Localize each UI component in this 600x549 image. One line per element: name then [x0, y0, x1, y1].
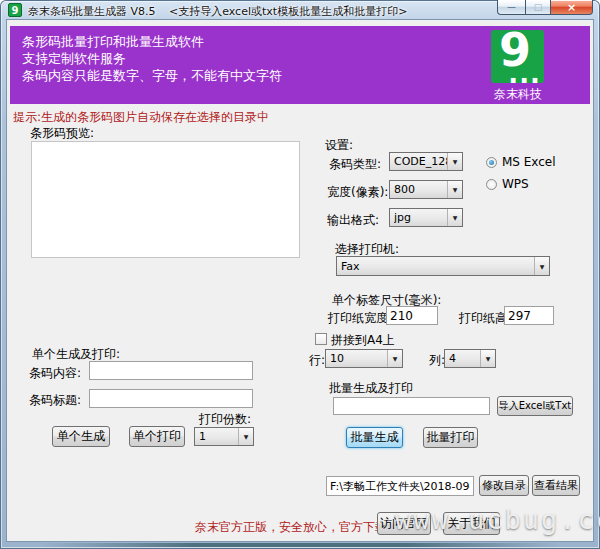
radio-wps[interactable]	[486, 179, 497, 190]
banner: 条形码批量打印和批量生成软件 支持定制软件服务 条码内容只能是数字、字母，不能有…	[10, 26, 590, 104]
banner-line-1: 条形码批量打印和批量生成软件	[22, 33, 282, 50]
preview-label: 条形码预览:	[30, 125, 94, 142]
cols-select[interactable]: 4 ▼	[444, 349, 496, 368]
radio-ms-excel[interactable]	[486, 157, 497, 168]
width-label: 宽度(像素):	[327, 184, 388, 201]
paper-width-input[interactable]	[386, 306, 438, 325]
close-button[interactable]: ×	[551, 0, 593, 15]
radio-ms-excel-label[interactable]: MS Excel	[502, 155, 556, 169]
brand-logo-icon: 9 ...	[491, 30, 544, 83]
format-select[interactable]: jpg ▼	[389, 208, 463, 227]
banner-line-2: 支持定制软件服务	[22, 50, 282, 67]
minimize-icon: —	[507, 3, 516, 12]
rows-label: 行:	[309, 352, 325, 369]
client-area: 条形码批量打印和批量生成软件 支持定制软件服务 条码内容只能是数字、字母，不能有…	[7, 20, 593, 541]
content-label: 条码内容:	[29, 365, 81, 382]
printer-value: Fax	[341, 260, 534, 273]
chevron-down-icon: ▼	[387, 350, 402, 367]
maximize-icon: □	[534, 3, 543, 12]
width-select[interactable]: 800 ▼	[389, 180, 463, 199]
batch-title: 批量生成及打印	[329, 380, 413, 397]
cols-label: 列:	[429, 352, 445, 369]
rows-value: 10	[330, 352, 387, 365]
copies-select[interactable]: 1 ▼	[194, 427, 254, 446]
chevron-down-icon: ▼	[480, 350, 495, 367]
chevron-down-icon: ▼	[447, 181, 462, 198]
a4-checkbox[interactable]	[315, 333, 327, 345]
radio-wps-label[interactable]: WPS	[502, 177, 529, 191]
barcode-type-value: CODE_128	[394, 155, 447, 168]
modify-dir-button[interactable]: 修改目录	[479, 475, 529, 496]
chevron-down-icon: ▼	[238, 428, 253, 445]
app-window: 9 奈末条码批量生成器 V8.5 <支持导入excel或txt模板批量生成和批量…	[0, 0, 600, 549]
banner-text: 条形码批量打印和批量生成软件 支持定制软件服务 条码内容只能是数字、字母，不能有…	[22, 33, 282, 84]
format-value: jpg	[394, 211, 447, 224]
window-controls: — □ ×	[497, 0, 593, 15]
paper-height-input[interactable]	[504, 306, 554, 325]
logo-dots-glyph: ...	[508, 59, 541, 83]
barcode-type-select[interactable]: CODE_128 ▼	[389, 152, 463, 171]
view-result-button[interactable]: 查看结果	[532, 475, 580, 496]
rows-select[interactable]: 10 ▼	[325, 349, 403, 368]
format-label: 输出格式:	[327, 212, 379, 229]
window-subtitle-text: <支持导入excel或txt模板批量生成和批量打印>	[169, 5, 407, 18]
app-logo-icon: 9	[8, 3, 22, 17]
window-bottom-edge	[40, 543, 560, 547]
width-value: 800	[394, 183, 447, 196]
barcode-preview-panel	[31, 141, 300, 258]
close-icon: ×	[567, 2, 576, 13]
banner-line-3: 条码内容只能是数字、字母，不能有中文字符	[22, 67, 282, 84]
title-input[interactable]	[89, 389, 253, 408]
barcode-type-label: 条码类型:	[329, 156, 381, 173]
chevron-down-icon: ▼	[447, 209, 462, 226]
single-generate-button[interactable]: 单个生成	[52, 426, 110, 447]
a4-checkbox-label[interactable]: 拼接到A4上	[331, 332, 395, 349]
copies-value: 1	[199, 430, 238, 443]
maximize-button[interactable]: □	[525, 0, 551, 15]
printer-select[interactable]: Fax ▼	[336, 256, 550, 276]
window-title-text: 奈末条码批量生成器 V8.5	[28, 5, 156, 18]
brand-name: 奈末科技	[481, 86, 555, 103]
title-label: 条码标题:	[29, 392, 81, 409]
hint-text: 提示:生成的条形码图片自动保存在选择的目录中	[13, 109, 269, 126]
paper-width-label: 打印纸宽度:	[328, 310, 392, 327]
settings-title: 设置:	[325, 137, 353, 154]
title-bar[interactable]: 9 奈末条码批量生成器 V8.5 <支持导入excel或txt模板批量生成和批量…	[0, 0, 600, 20]
promo-text: 奈末官方正版，安全放心，官方下载-->	[195, 519, 406, 536]
batch-print-button[interactable]: 批量打印	[423, 427, 478, 448]
batch-generate-button[interactable]: 批量生成	[346, 427, 403, 448]
save-path-input[interactable]	[326, 476, 474, 496]
copies-label: 打印份数:	[199, 411, 251, 428]
content-input[interactable]	[89, 361, 253, 380]
import-excel-button[interactable]: 导入Excel或Txt	[497, 396, 573, 416]
watermark: www.ucbug.cc	[395, 504, 600, 535]
minimize-button[interactable]: —	[497, 0, 525, 15]
single-print-button[interactable]: 单个打印	[129, 426, 185, 447]
chevron-down-icon: ▼	[447, 153, 462, 170]
window-title: 奈末条码批量生成器 V8.5 <支持导入excel或txt模板批量生成和批量打印…	[28, 4, 407, 19]
batch-file-input[interactable]	[333, 397, 490, 415]
cols-value: 4	[449, 352, 480, 365]
chevron-down-icon: ▼	[534, 257, 549, 275]
